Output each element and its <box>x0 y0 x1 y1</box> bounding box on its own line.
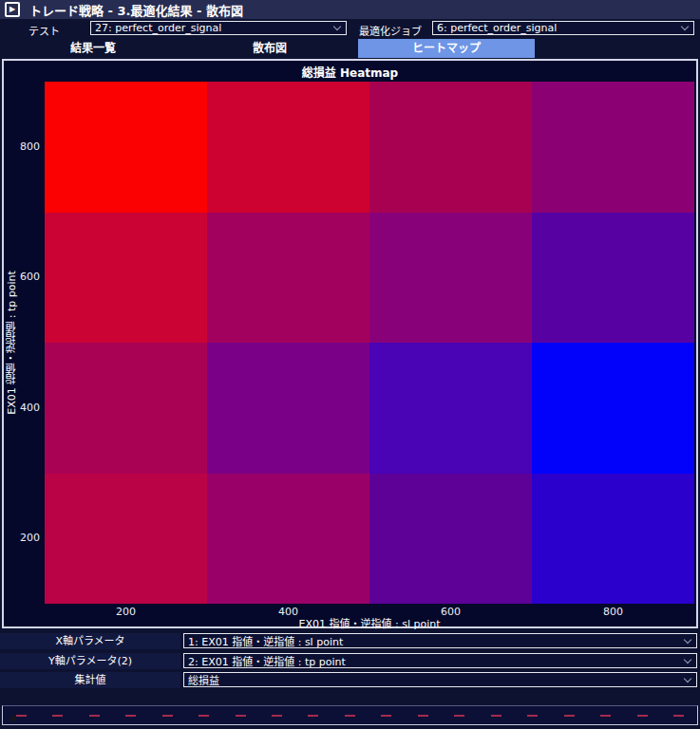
heatmap-cell[interactable] <box>207 474 369 605</box>
heatmap-cell[interactable] <box>45 474 207 605</box>
heatmap-cell[interactable] <box>532 343 694 474</box>
heatmap-cell[interactable] <box>369 474 532 605</box>
page-title: トレード戦略 - 3.最適化結果 - 散布図 <box>29 1 243 19</box>
x-param-select[interactable]: 1: EX01 指値・逆指値 : sl point <box>183 633 697 648</box>
footer-dash <box>89 715 100 717</box>
heatmap-cell[interactable] <box>369 82 532 213</box>
heatmap-cell[interactable] <box>45 82 207 213</box>
chevron-down-icon <box>684 655 691 663</box>
y-tick-label: 600 <box>4 271 40 283</box>
y-param-row: Y軸パラメータ(2) 2: EX01 指値・逆指値 : tp point <box>0 653 700 669</box>
footer-dash <box>673 715 684 717</box>
footer-dash <box>308 715 318 717</box>
heatmap-cell[interactable] <box>207 343 369 474</box>
test-label: テスト <box>28 23 60 38</box>
test-select-value: 27: perfect_order_signal <box>95 22 221 34</box>
heatmap-cell[interactable] <box>532 474 694 605</box>
y-tick-label: 400 <box>4 402 40 414</box>
tab-heatmap[interactable]: ヒートマップ <box>358 39 535 58</box>
footer-dash <box>345 715 355 717</box>
heatmap-cell[interactable] <box>207 213 369 344</box>
job-select-value: 6: perfect_order_signal <box>437 22 557 34</box>
footer-dash <box>236 715 246 717</box>
footer-dash <box>564 715 575 717</box>
footer-dash <box>454 715 464 717</box>
footer-dash <box>272 715 282 717</box>
y-tick-label: 800 <box>4 140 40 153</box>
footer-dash <box>600 715 611 717</box>
heatmap-cell[interactable] <box>532 82 694 213</box>
resize-handle[interactable] <box>10 716 16 721</box>
footer-dash <box>199 715 209 717</box>
play-button[interactable]: ▶ <box>5 2 20 17</box>
chevron-down-icon <box>681 23 689 30</box>
chart-title: 総損益 Heatmap <box>4 64 696 80</box>
tab-results-list[interactable]: 結果一覧 <box>5 39 181 58</box>
heatmap-cell[interactable] <box>45 343 207 474</box>
footer-strip <box>2 705 698 725</box>
y-param-label: Y軸パラメータ(2) <box>0 653 180 669</box>
aggregate-label: 集計値 <box>0 672 180 688</box>
footer-dash <box>16 715 27 717</box>
tab-scatter[interactable]: 散布図 <box>181 39 358 58</box>
aggregate-row: 集計値 総損益 <box>0 672 700 688</box>
title-bar: ▶ トレード戦略 - 3.最適化結果 - 散布図 <box>0 0 700 19</box>
footer-dash <box>527 715 538 717</box>
x-param-row: X軸パラメータ 1: EX01 指値・逆指値 : sl point <box>0 633 700 649</box>
job-select[interactable]: 6: perfect_order_signal <box>432 21 694 35</box>
footer-dash <box>637 715 648 717</box>
footer-dash <box>162 715 173 717</box>
y-param-select[interactable]: 2: EX01 指値・逆指値 : tp point <box>183 653 697 668</box>
aggregate-select[interactable]: 総損益 <box>183 672 697 687</box>
play-icon: ▶ <box>9 6 15 13</box>
footer-dash <box>491 715 501 717</box>
x-param-value: 1: EX01 指値・逆指値 : sl point <box>188 633 343 648</box>
y-param-value: 2: EX01 指値・逆指値 : tp point <box>188 653 346 668</box>
heatmap-cell[interactable] <box>207 82 369 213</box>
heatmap-grid <box>45 82 694 604</box>
job-label: 最適化ジョブ <box>359 23 422 38</box>
chevron-down-icon <box>333 23 341 30</box>
heatmap-cell[interactable] <box>532 213 694 344</box>
y-axis-label: EX01 指値・逆指値 : tp point <box>5 271 20 415</box>
heatmap-cell[interactable] <box>369 343 532 474</box>
heatmap-cell[interactable] <box>369 213 532 344</box>
chevron-down-icon <box>684 674 691 682</box>
tab-bar: 結果一覧 散布図 ヒートマップ <box>5 39 535 58</box>
test-select[interactable]: 27: perfect_order_signal <box>90 21 347 35</box>
top-controls: テスト 27: perfect_order_signal 最適化ジョブ 6: p… <box>0 19 700 39</box>
heatmap-cell[interactable] <box>45 213 207 344</box>
heatmap-panel: 総損益 Heatmap EX01 指値・逆指値 : tp point 80060… <box>2 59 698 628</box>
footer-dash <box>52 715 63 717</box>
bottom-controls: X軸パラメータ 1: EX01 指値・逆指値 : sl point Y軸パラメー… <box>0 628 700 704</box>
footer-dash <box>418 715 428 717</box>
footer-dash <box>125 715 136 717</box>
footer-dash <box>381 715 391 717</box>
x-param-label: X軸パラメータ <box>0 633 180 649</box>
chevron-down-icon <box>684 635 691 643</box>
y-tick-label: 200 <box>4 532 40 544</box>
aggregate-value: 総損益 <box>188 672 219 687</box>
